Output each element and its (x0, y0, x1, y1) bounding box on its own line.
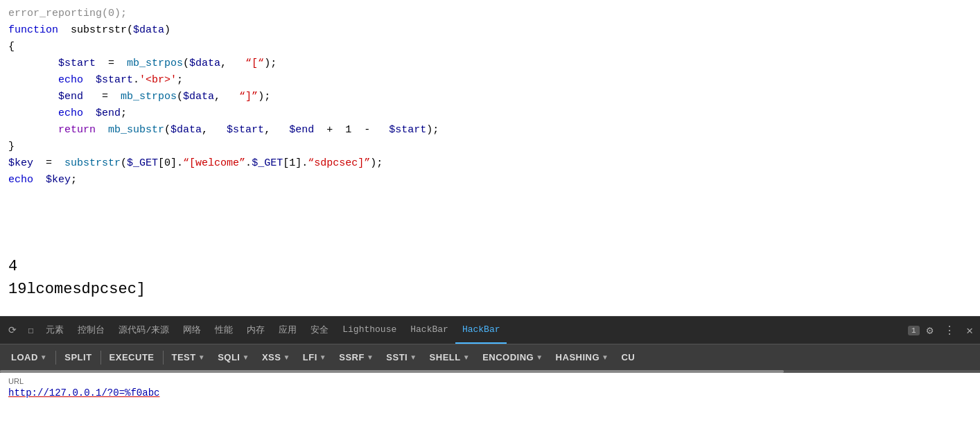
tab-security[interactable]: 安全 (304, 317, 335, 344)
lfi-button[interactable]: LFI ▼ (297, 349, 332, 365)
settings-icon[interactable]: ⚙ (922, 324, 938, 338)
tab-sources[interactable]: 源代码/来源 (112, 317, 176, 344)
ssrf-button[interactable]: SSRF ▼ (333, 349, 379, 365)
sqli-button[interactable]: SQLI ▼ (212, 349, 255, 365)
tab-elements[interactable]: 元素 (39, 317, 71, 344)
notification-badge: 1 (908, 326, 920, 335)
code-line-0: error_reporting(0); (8, 6, 972, 22)
encoding-button[interactable]: ENCODING ▼ (477, 349, 548, 365)
code-line-10: echo $key; (8, 172, 972, 189)
url-label: URL (8, 377, 972, 385)
cu-button[interactable]: CU (615, 349, 640, 365)
code-line-5: $end = mb_strpos($data, “]”); (8, 89, 972, 105)
tab-lighthouse[interactable]: Lighthouse (335, 317, 403, 344)
load-arrow: ▼ (40, 353, 47, 361)
url-area: URL (0, 373, 980, 405)
inspect-icon[interactable]: ⟳ (3, 324, 22, 336)
shell-button[interactable]: SHELL ▼ (424, 349, 476, 365)
tab-application[interactable]: 应用 (272, 317, 304, 344)
more-icon[interactable]: ⋮ (940, 324, 959, 338)
load-button[interactable]: LOAD ▼ (6, 349, 53, 365)
divider-2 (100, 351, 101, 365)
devtools-bar: ⟳ ☐ 元素 控制台 源代码/来源 网络 性能 内存 应用 安全 Lightho… (0, 316, 980, 344)
ssti-arrow: ▼ (410, 353, 417, 361)
tab-console[interactable]: 控制台 (71, 317, 112, 344)
split-button[interactable]: SPLIT (59, 349, 97, 365)
code-line-7: return mb_substr($data, $start, $end + 1… (8, 122, 972, 139)
tab-hackbar2[interactable]: HackBar (455, 317, 507, 344)
shell-arrow: ▼ (463, 353, 470, 361)
xss-arrow: ▼ (283, 353, 290, 361)
divider-1 (55, 351, 56, 365)
sqli-arrow: ▼ (242, 353, 249, 361)
divider-3 (163, 351, 164, 365)
close-icon[interactable]: ✕ (962, 324, 977, 338)
output-area: 4 19lcomesdpcsec] (0, 249, 980, 316)
tab-performance[interactable]: 性能 (208, 317, 240, 344)
test-button[interactable]: TEST ▼ (166, 349, 211, 365)
tab-network[interactable]: 网络 (176, 317, 208, 344)
device-icon[interactable]: ☐ (22, 324, 39, 336)
output-line-2: 19lcomesdpcsec] (8, 278, 972, 301)
test-arrow: ▼ (198, 353, 205, 361)
code-line-2: { (8, 39, 972, 55)
scroll-track[interactable] (0, 370, 980, 373)
xss-button[interactable]: XSS ▼ (256, 349, 296, 365)
tab-hackbar1[interactable]: HackBar (403, 317, 455, 344)
tab-memory[interactable]: 内存 (240, 317, 272, 344)
code-line-8: } (8, 139, 972, 155)
hashing-button[interactable]: HASHING ▼ (550, 349, 615, 365)
output-line-1: 4 (8, 255, 972, 278)
code-editor: error_reporting(0); function substrstr($… (0, 0, 980, 249)
hackbar-toolbar: LOAD ▼ SPLIT EXECUTE TEST ▼ SQLI ▼ XSS ▼… (0, 344, 980, 370)
code-line-6: echo $end; (8, 105, 972, 122)
code-line-4: echo $start.'<br>'; (8, 72, 972, 89)
ssrf-arrow: ▼ (367, 353, 374, 361)
lfi-arrow: ▼ (320, 353, 326, 361)
hashing-arrow: ▼ (602, 353, 609, 361)
code-line-9: $key = substrstr($_GET[0].“[welcome”.$_G… (8, 155, 972, 172)
scroll-thumb[interactable] (0, 370, 784, 373)
code-line-1: function substrstr($data) (8, 22, 972, 39)
url-input[interactable] (8, 387, 972, 398)
encoding-arrow: ▼ (536, 353, 543, 361)
code-line-3: $start = mb_strpos($data, “[“); (8, 55, 972, 72)
ssti-button[interactable]: SSTI ▼ (380, 349, 422, 365)
execute-button[interactable]: EXECUTE (104, 349, 160, 365)
